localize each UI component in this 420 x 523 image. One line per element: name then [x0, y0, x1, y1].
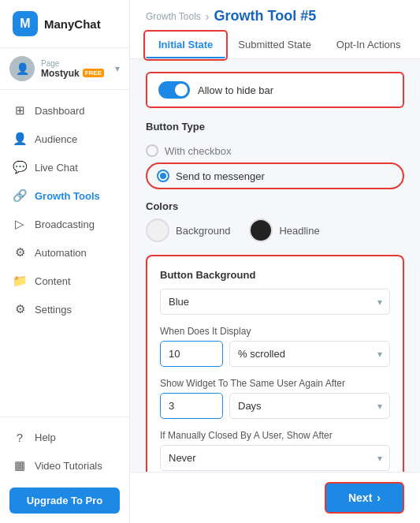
page-label: Page — [41, 59, 109, 68]
growth-tools-icon: 🔗 — [13, 189, 27, 203]
color-option-background[interactable]: Background — [146, 219, 230, 242]
avatar: 👤 — [9, 56, 35, 81]
sidebar-item-label: Dashboard — [35, 105, 85, 117]
page-selector[interactable]: 👤 Page Mostyuk FREE ▾ — [0, 48, 129, 90]
logo-icon: M — [13, 11, 38, 36]
sidebar-item-label: Audience — [35, 133, 77, 145]
dashboard-icon: ⊞ — [13, 103, 27, 118]
show-again-unit-select[interactable]: Days Hours Weeks — [229, 393, 390, 419]
scroll-unit-select-wrapper: % scrolled px scrolled Immediately ▾ — [229, 341, 390, 367]
manually-closed-label: If Manually Closed By A User, Show After — [160, 430, 390, 441]
sidebar-bottom: ? Help ▦ Video Tutorials Upgrade To Pro — [0, 417, 129, 523]
toggle-label: Allow to hide bar — [198, 84, 273, 96]
sidebar-item-content[interactable]: 📁 Content — [0, 267, 129, 295]
button-bg-field: Blue Red Green White Custom ▾ — [160, 289, 390, 315]
show-again-value-input[interactable] — [160, 393, 223, 419]
when-display-label: When Does It Display — [160, 326, 390, 337]
show-again-unit-wrapper: Days Hours Weeks ▾ — [229, 393, 390, 419]
sidebar-item-help[interactable]: ? Help — [0, 424, 129, 451]
audience-icon: 👤 — [13, 132, 27, 146]
next-icon: › — [377, 491, 381, 504]
button-type-section: Button Type With checkbox Send to messen… — [146, 121, 404, 189]
sidebar-item-settings[interactable]: ⚙ Settings — [0, 295, 129, 323]
color-background-label: Background — [176, 225, 230, 237]
when-display-inputs: % scrolled px scrolled Immediately ▾ — [160, 341, 390, 367]
sidebar-nav: ⊞ Dashboard 👤 Audience 💬 Live Chat 🔗 Gro… — [0, 90, 129, 417]
toggle-row: Allow to hide bar — [146, 72, 404, 108]
sidebar-item-label: Growth Tools — [35, 190, 100, 202]
main-content: Allow to hide bar Button Type With check… — [130, 59, 420, 472]
logo-text: ManyChat — [44, 17, 101, 31]
radio-selected-icon — [157, 170, 169, 182]
content-icon: 📁 — [13, 274, 27, 288]
sidebar-item-growth-tools[interactable]: 🔗 Growth Tools — [0, 181, 129, 210]
radio-messenger-label: Send to messenger — [176, 170, 265, 182]
help-icon: ? — [13, 431, 27, 444]
background-color-swatch — [146, 219, 169, 242]
scroll-unit-select[interactable]: % scrolled px scrolled Immediately — [229, 341, 390, 367]
sidebar-item-label: Content — [35, 275, 71, 287]
settings-icon: ⚙ — [13, 302, 27, 316]
video-icon: ▦ — [13, 458, 27, 473]
page-title: Growth Tool #5 — [214, 8, 316, 24]
radio-send-messenger[interactable]: Send to messenger — [146, 163, 404, 189]
sidebar: M ManyChat 👤 Page Mostyuk FREE ▾ ⊞ Dashb… — [0, 0, 130, 523]
next-label: Next — [348, 491, 372, 504]
color-option-headline[interactable]: Headline — [249, 219, 319, 242]
upgrade-button[interactable]: Upgrade To Pro — [9, 488, 120, 514]
sidebar-item-automation[interactable]: ⚙ Automation — [0, 238, 129, 267]
radio-checkbox-label: With checkbox — [165, 145, 232, 157]
main-panel: Growth Tools › Growth Tool #5 Initial St… — [130, 0, 420, 523]
sidebar-item-label: Automation — [35, 247, 87, 259]
next-button[interactable]: Next › — [325, 482, 404, 514]
sidebar-item-dashboard[interactable]: ⊞ Dashboard — [0, 96, 129, 125]
button-type-title: Button Type — [146, 121, 404, 133]
tab-opt-in-actions[interactable]: Opt-In Actions — [324, 32, 414, 58]
tab-setup[interactable]: Setup — [414, 32, 420, 58]
never-select-wrapper: Never 1 Day 3 Days 1 Week ▾ — [160, 445, 390, 471]
sidebar-item-label: Video Tutorials — [35, 460, 102, 472]
tabs: Initial State Submitted State Opt-In Act… — [146, 32, 404, 58]
sidebar-item-label: Broadcasting — [35, 219, 95, 230]
show-widget-label: Show Widget To The Same User Again After — [160, 378, 390, 389]
never-select[interactable]: Never 1 Day 3 Days 1 Week — [160, 445, 390, 471]
page-info: Page Mostyuk FREE — [41, 59, 109, 79]
headline-color-swatch — [249, 219, 273, 242]
breadcrumb: Growth Tools › Growth Tool #5 — [146, 0, 404, 29]
sidebar-item-live-chat[interactable]: 💬 Live Chat — [0, 153, 129, 181]
tab-submitted-state[interactable]: Submitted State — [225, 32, 324, 58]
page-name: Mostyuk — [41, 68, 80, 79]
config-box-title: Button Background — [160, 269, 390, 281]
radio-empty-icon — [146, 144, 158, 157]
allow-hide-toggle[interactable] — [158, 81, 190, 99]
tab-initial-state[interactable]: Initial State — [146, 32, 225, 58]
breadcrumb-sep: › — [206, 10, 210, 23]
sidebar-item-label: Live Chat — [35, 162, 78, 174]
radio-with-checkbox[interactable]: With checkbox — [146, 139, 404, 163]
show-widget-field: Show Widget To The Same User Again After… — [160, 378, 390, 419]
sidebar-item-label: Settings — [35, 304, 72, 316]
sidebar-item-broadcasting[interactable]: ▷ Broadcasting — [0, 210, 129, 238]
sidebar-item-video-tutorials[interactable]: ▦ Video Tutorials — [0, 451, 129, 480]
chevron-down-icon: ▾ — [115, 63, 120, 74]
button-bg-select-wrapper: Blue Red Green White Custom ▾ — [160, 289, 390, 315]
button-bg-select[interactable]: Blue Red Green White Custom — [160, 289, 390, 315]
scroll-value-input[interactable] — [160, 341, 223, 367]
colors-section: Colors Background Headline — [146, 200, 404, 242]
show-widget-inputs: Days Hours Weeks ▾ — [160, 393, 390, 419]
main-header: Growth Tools › Growth Tool #5 Initial St… — [130, 0, 420, 59]
sidebar-item-label: Help — [35, 431, 56, 443]
breadcrumb-link[interactable]: Growth Tools — [146, 11, 201, 22]
colors-title: Colors — [146, 200, 404, 212]
color-headline-label: Headline — [279, 225, 319, 237]
chat-icon: 💬 — [13, 160, 27, 174]
broadcasting-icon: ▷ — [13, 217, 27, 231]
color-options: Background Headline — [146, 219, 404, 242]
config-box: Button Background Blue Red Green White C… — [146, 255, 404, 472]
when-display-field: When Does It Display % scrolled px scrol… — [160, 326, 390, 367]
main-footer: Next › — [130, 472, 420, 523]
sidebar-logo: M ManyChat — [0, 0, 129, 48]
sidebar-item-audience[interactable]: 👤 Audience — [0, 125, 129, 153]
automation-icon: ⚙ — [13, 245, 27, 260]
manually-closed-field: If Manually Closed By A User, Show After… — [160, 430, 390, 471]
